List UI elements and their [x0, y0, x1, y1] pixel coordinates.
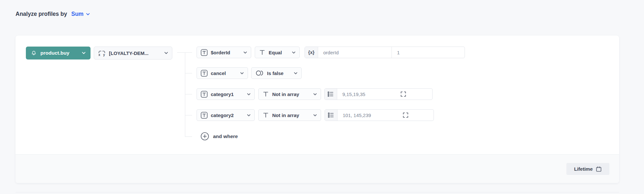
- segment-label: [LOYALTY-DEM...: [109, 50, 149, 56]
- curly-x-icon: {x}: [305, 47, 318, 58]
- expand-icon[interactable]: [400, 91, 406, 97]
- condition-value-group: {x}: [305, 47, 465, 58]
- tree-connector-stub: [185, 94, 192, 94]
- segment-picker[interactable]: xy [LOYALTY-DEM...: [94, 47, 172, 59]
- boolean-circles-icon: [255, 70, 264, 76]
- add-condition-button[interactable]: and where: [200, 132, 238, 141]
- section-divider: [16, 192, 619, 192]
- chevron-down-icon: [247, 93, 251, 95]
- svg-text:y: y: [103, 53, 105, 57]
- text-type-boxed-icon: [201, 70, 208, 77]
- analyze-profiles-label: Analyze profiles by: [16, 11, 67, 17]
- text-type-icon: [263, 91, 269, 97]
- date-range-button[interactable]: Lifetime: [566, 163, 609, 175]
- condition-param-dropdown[interactable]: category1: [197, 88, 255, 100]
- tree-connector-stub: [185, 136, 192, 137]
- text-type-boxed-icon: [201, 112, 208, 119]
- condition-operator-dropdown[interactable]: Not in array: [258, 109, 321, 121]
- event-picker[interactable]: product.buy: [26, 47, 91, 59]
- text-type-icon: [263, 112, 269, 118]
- calendar-icon: [596, 166, 602, 172]
- chevron-down-icon: [313, 114, 317, 116]
- chevron-down-icon: [86, 13, 90, 16]
- condition-operator-dropdown[interactable]: Not in array: [258, 88, 321, 100]
- expression-xy-icon: xy: [98, 49, 106, 57]
- text-type-boxed-icon: [201, 91, 208, 98]
- param-label: $orderId: [211, 50, 230, 55]
- condition-value-group: [324, 88, 433, 100]
- chevron-down-icon: [313, 93, 317, 95]
- condition-param-dropdown[interactable]: cancel: [197, 67, 248, 79]
- card-footer: Lifetime: [16, 154, 619, 183]
- tree-connector-entry: [177, 52, 192, 53]
- condition-operator-dropdown[interactable]: Equal: [255, 47, 300, 58]
- condition-param-dropdown[interactable]: category2: [197, 109, 255, 121]
- chevron-down-icon: [240, 72, 244, 74]
- event-label: product.buy: [40, 50, 70, 56]
- tree-connector-stub: [185, 73, 192, 73]
- chevron-down-icon: [82, 52, 86, 54]
- plus-circle-icon: [200, 132, 209, 141]
- tree-connector-stub: [185, 115, 192, 115]
- chevron-down-icon: [247, 114, 251, 116]
- operator-label: Is false: [267, 70, 284, 76]
- tree-connector-vertical: [185, 52, 185, 137]
- list-icon: [325, 110, 338, 121]
- aggregate-value: Sum: [71, 11, 84, 17]
- page-title: Analyze profiles by Sum: [16, 11, 90, 17]
- chevron-down-icon: [164, 52, 168, 54]
- bell-icon: [31, 50, 37, 56]
- operator-label: Not in array: [272, 92, 299, 97]
- analytics-query-builder-page: Analyze profiles by Sum Lifetime product…: [0, 0, 644, 194]
- svg-text:x: x: [99, 53, 101, 57]
- param-label: category1: [211, 92, 234, 97]
- date-range-label: Lifetime: [574, 166, 593, 172]
- condition-value-group: [325, 109, 434, 121]
- array-value-input[interactable]: [338, 110, 434, 121]
- expand-icon[interactable]: [403, 112, 409, 118]
- operator-label: Not in array: [272, 113, 299, 118]
- value-param-input[interactable]: [318, 47, 392, 58]
- text-type-icon: [259, 49, 265, 56]
- value-input[interactable]: [392, 47, 465, 58]
- text-type-boxed-icon: [201, 49, 208, 56]
- condition-operator-dropdown[interactable]: Is false: [251, 67, 302, 79]
- operator-label: Equal: [269, 50, 282, 55]
- param-label: category2: [211, 113, 234, 118]
- condition-param-dropdown[interactable]: $orderId: [197, 47, 251, 58]
- list-icon: [325, 89, 337, 100]
- chevron-down-icon: [243, 51, 247, 54]
- param-label: cancel: [211, 70, 226, 76]
- array-value-input[interactable]: [337, 89, 432, 100]
- chevron-down-icon: [294, 72, 297, 74]
- chevron-down-icon: [292, 51, 295, 54]
- add-condition-label: and where: [213, 134, 238, 139]
- aggregate-dropdown[interactable]: Sum: [71, 11, 90, 17]
